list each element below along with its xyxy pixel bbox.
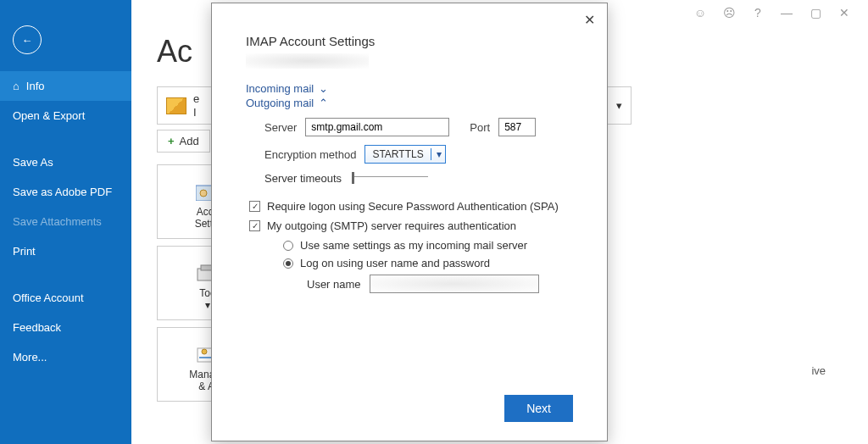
chevron-down-icon: ⌄	[319, 82, 328, 95]
sidebar-item-more[interactable]: More...	[0, 342, 131, 372]
spa-checkbox[interactable]	[249, 201, 260, 212]
logon-username-radio[interactable]	[283, 258, 293, 269]
account-email-line2: I	[193, 106, 199, 119]
chevron-up-icon: ⌃	[319, 97, 328, 109]
smtp-auth-label: My outgoing (SMTP) server requires authe…	[267, 219, 516, 232]
sidebar-item-label: Print	[13, 245, 36, 258]
sidebar-item-info[interactable]: ⌂ Info	[0, 71, 131, 101]
imap-settings-dialog: ✕ IMAP Account Settings Incoming mail ⌄ …	[211, 3, 608, 441]
sidebar-item-label: Open & Export	[13, 109, 85, 122]
chevron-down-icon: ▾	[431, 148, 442, 160]
incoming-mail-section-toggle[interactable]: Incoming mail ⌄	[246, 82, 328, 95]
back-button[interactable]: ←	[13, 25, 42, 54]
mailbox-icon	[166, 97, 186, 114]
encryption-value: STARTTLS	[372, 148, 423, 160]
chevron-down-icon: ▾	[205, 299, 210, 311]
account-email-redacted	[246, 53, 369, 69]
chevron-down-icon[interactable]: ▾	[607, 99, 622, 112]
port-input[interactable]	[498, 118, 536, 136]
port-label: Port	[470, 121, 490, 134]
account-email-line1: e	[193, 92, 199, 106]
outgoing-mail-body: Server Port Encryption method STARTTLS ▾…	[231, 109, 588, 293]
server-input[interactable]	[305, 118, 449, 136]
encryption-label: Encryption method	[264, 148, 356, 161]
close-dialog-button[interactable]: ✕	[584, 12, 595, 28]
sidebar-item-label: Save As	[13, 156, 53, 169]
back-arrow-icon: ←	[22, 34, 33, 47]
add-account-label: Add	[180, 135, 199, 147]
username-input[interactable]	[370, 275, 539, 293]
sidebar-item-feedback[interactable]: Feedback	[0, 313, 131, 342]
sidebar-item-print[interactable]: Print	[0, 236, 131, 266]
server-timeouts-label: Server timeouts	[264, 172, 342, 185]
sidebar-item-label: Info	[26, 80, 45, 92]
spa-label: Require logon using Secure Password Auth…	[267, 200, 559, 213]
backstage-sidebar: ← ⌂ Info Open & Export Save As Save as A…	[0, 0, 131, 444]
sidebar-item-label: Save as Adobe PDF	[13, 186, 112, 198]
outgoing-mail-section-toggle[interactable]: Outgoing mail ⌃	[246, 97, 328, 109]
dialog-title: IMAP Account Settings	[246, 34, 588, 48]
sidebar-item-save-pdf[interactable]: Save as Adobe PDF	[0, 177, 131, 207]
section-label: Incoming mail	[246, 82, 314, 95]
svg-point-5	[202, 349, 207, 354]
sidebar-item-label: Feedback	[13, 321, 61, 334]
server-timeouts-slider[interactable]	[352, 176, 428, 181]
next-button[interactable]: Next	[504, 395, 573, 422]
smtp-auth-checkbox[interactable]	[249, 220, 260, 231]
sidebar-item-office-account[interactable]: Office Account	[0, 283, 131, 313]
svg-point-1	[200, 190, 207, 197]
home-icon: ⌂	[13, 80, 19, 92]
plus-icon: +	[168, 135, 175, 147]
sidebar-item-save-as[interactable]: Save As	[0, 147, 131, 177]
sidebar-item-label: More...	[13, 351, 47, 364]
sidebar-item-label: Save Attachments	[13, 215, 102, 228]
partial-text: ive	[811, 364, 826, 377]
slider-thumb[interactable]	[352, 172, 354, 184]
sidebar-item-save-attachments: Save Attachments	[0, 207, 131, 236]
radio-label: Use same settings as my incoming mail se…	[300, 239, 527, 252]
use-same-settings-radio[interactable]	[283, 241, 293, 251]
username-label: User name	[307, 278, 361, 291]
sidebar-item-label: Office Account	[13, 291, 84, 304]
sidebar-item-open-export[interactable]: Open & Export	[0, 101, 131, 130]
encryption-method-dropdown[interactable]: STARTTLS ▾	[364, 145, 445, 164]
add-account-button[interactable]: + Add	[157, 130, 210, 153]
server-label: Server	[264, 121, 297, 134]
section-label: Outgoing mail	[246, 97, 314, 109]
radio-label: Log on using user name and password	[300, 257, 490, 269]
